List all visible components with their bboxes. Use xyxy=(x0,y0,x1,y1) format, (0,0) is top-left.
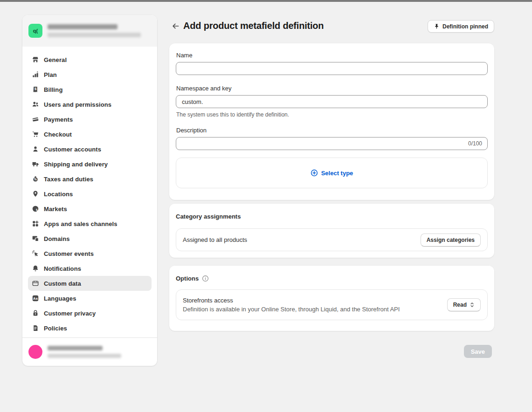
taxes-icon: % xyxy=(32,175,39,183)
sidebar-item-users-and-permissions[interactable]: Users and permissions xyxy=(28,97,152,112)
category-assignments-card: Category assignments Assigned to all pro… xyxy=(169,204,494,258)
sidebar-item-payments[interactable]: Payments xyxy=(28,112,152,127)
description-label: Description xyxy=(176,127,488,134)
assign-categories-button[interactable]: Assign categories xyxy=(421,233,481,247)
store-icon xyxy=(32,56,39,63)
person-icon xyxy=(32,145,39,153)
sidebar-item-customer-events[interactable]: Customer events xyxy=(28,246,152,261)
billing-icon: $ xyxy=(32,86,39,93)
cart-icon xyxy=(32,130,39,138)
sidebar-item-label: Users and permissions xyxy=(44,101,111,108)
info-icon[interactable] xyxy=(202,275,209,282)
sidebar-item-label: Taxes and duties xyxy=(44,176,93,183)
lock-icon xyxy=(32,309,39,317)
location-pin-icon xyxy=(32,190,39,198)
redacted-user-email xyxy=(48,354,121,358)
select-type-container: Select type xyxy=(176,158,488,188)
name-label: Name xyxy=(176,52,488,59)
user-redacted-text xyxy=(48,346,121,358)
user-account-footer[interactable] xyxy=(22,337,157,366)
sidebar-item-checkout[interactable]: Checkout xyxy=(28,127,152,142)
sidebar-item-billing[interactable]: $ Billing xyxy=(28,82,152,97)
sidebar-item-label: Customer events xyxy=(44,250,94,257)
namespace-help-text: The system uses this to identify the def… xyxy=(176,111,488,118)
sidebar-item-shipping-and-delivery[interactable]: Shipping and delivery xyxy=(28,157,152,172)
pin-icon xyxy=(434,23,440,30)
sidebar-item-label: Payments xyxy=(44,116,73,123)
sidebar-item-label: Custom data xyxy=(44,280,81,287)
storefront-access-select[interactable]: Read xyxy=(447,298,481,311)
users-icon xyxy=(32,101,39,108)
redacted-store-name xyxy=(48,24,117,29)
sidebar-item-plan[interactable]: Plan xyxy=(28,67,152,82)
sidebar-item-notifications[interactable]: Notifications xyxy=(28,261,152,276)
redacted-store-domain xyxy=(48,33,141,37)
svg-text:a: a xyxy=(36,297,38,300)
payments-icon xyxy=(32,116,39,123)
namespace-input[interactable] xyxy=(176,95,488,108)
sidebar-item-label: Domains xyxy=(44,235,70,242)
sidebar-item-locations[interactable]: Locations xyxy=(28,186,152,201)
user-avatar xyxy=(28,345,42,359)
sidebar-item-custom-data[interactable]: Custom data xyxy=(28,276,152,291)
save-button[interactable]: Save xyxy=(464,345,492,358)
sidebar-item-label: Markets xyxy=(44,206,67,213)
pinned-button-label: Definition pinned xyxy=(442,23,488,30)
sidebar-item-label: Shipping and delivery xyxy=(44,161,108,168)
chevron-updown-icon xyxy=(470,302,475,308)
sidebar-item-label: Customer accounts xyxy=(44,146,101,153)
description-input[interactable] xyxy=(176,137,488,150)
sidebar-item-label: Customer privacy xyxy=(44,310,96,317)
sidebar-item-languages[interactable]: Aa Languages xyxy=(28,291,152,306)
select-type-label: Select type xyxy=(321,170,353,177)
definition-pinned-button[interactable]: Definition pinned xyxy=(428,20,494,33)
definition-card: Name Namespace and key The system uses t… xyxy=(169,43,494,200)
custom-data-icon xyxy=(32,280,39,287)
sidebar-item-taxes-and-duties[interactable]: % Taxes and duties xyxy=(28,172,152,186)
apps-grid-icon xyxy=(32,220,39,227)
sidebar-item-label: Billing xyxy=(44,86,62,93)
domains-icon xyxy=(32,235,39,242)
languages-icon: Aa xyxy=(32,295,39,302)
category-status-text: Assigned to all products xyxy=(183,236,247,243)
sidebar-item-label: Languages xyxy=(44,295,76,302)
svg-text:%: % xyxy=(34,178,37,181)
sidebar-item-label: Checkout xyxy=(44,131,72,138)
select-type-button[interactable]: Select type xyxy=(311,169,353,177)
options-title: Options xyxy=(176,275,199,282)
namespace-label: Namespace and key xyxy=(176,85,488,92)
svg-text:A: A xyxy=(33,296,36,301)
storefronts-access-row: Storefronts access Definition is availab… xyxy=(176,289,488,320)
name-input[interactable] xyxy=(176,62,488,75)
sidebar-item-customer-privacy[interactable]: Customer privacy xyxy=(28,306,152,321)
sidebar-item-policies[interactable]: Policies xyxy=(28,321,152,336)
storefronts-access-title: Storefronts access xyxy=(183,297,400,304)
access-selected-value: Read xyxy=(453,302,467,308)
sidebar-item-domains[interactable]: Domains xyxy=(28,231,152,246)
sidebar-item-customer-accounts[interactable]: Customer accounts xyxy=(28,142,152,157)
sidebar-nav: General Plan $ Billing Users and permiss… xyxy=(22,47,157,337)
plan-icon xyxy=(32,71,39,78)
back-arrow-icon xyxy=(171,22,180,32)
top-window-strip xyxy=(0,0,532,2)
back-button[interactable] xyxy=(170,21,181,32)
page-title: Add product metafield definition xyxy=(183,21,324,31)
sidebar-item-label: Apps and sales channels xyxy=(44,220,117,227)
truck-icon xyxy=(32,160,39,168)
sidebar-item-label: General xyxy=(44,56,67,63)
cursor-spark-icon xyxy=(32,250,39,257)
category-assignment-row: Assigned to all products Assign categori… xyxy=(176,228,488,251)
character-counter: 0/100 xyxy=(468,140,482,147)
sidebar-item-label: Plan xyxy=(44,71,57,78)
options-card: Options Storefronts access Definition is… xyxy=(169,266,494,331)
sidebar-item-markets[interactable]: $ Markets xyxy=(28,201,152,216)
policies-icon xyxy=(32,324,39,332)
sidebar-item-apps-and-sales-channels[interactable]: Apps and sales channels xyxy=(28,216,152,231)
category-assignments-title: Category assignments xyxy=(176,213,488,220)
bell-icon xyxy=(32,265,39,272)
sidebar-item-label: Locations xyxy=(44,191,73,198)
redacted-user-name xyxy=(48,346,103,350)
sidebar-item-general[interactable]: General xyxy=(28,52,152,67)
settings-sidebar: q( General Plan $ Billing xyxy=(22,15,157,366)
workspace-header[interactable]: q( xyxy=(22,15,157,47)
